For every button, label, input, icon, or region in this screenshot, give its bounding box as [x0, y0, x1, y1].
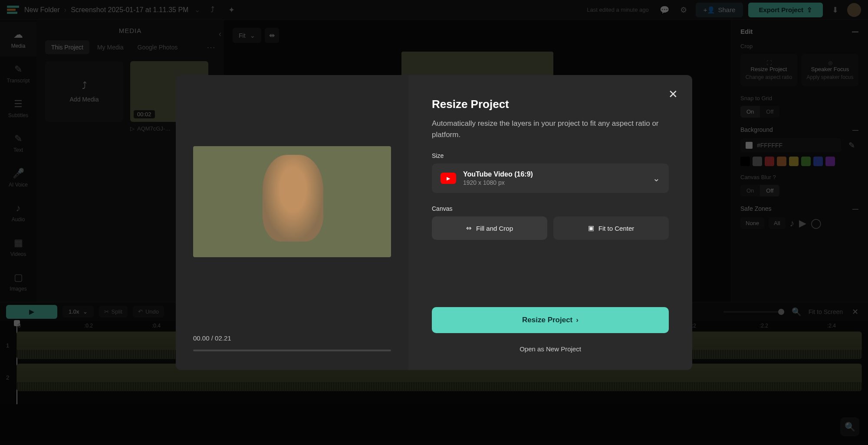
fill-crop-icon: ⇔ [466, 224, 472, 232]
fit-to-center-option[interactable]: ▣Fit to Center [553, 216, 669, 240]
youtube-icon [441, 173, 456, 184]
modal-time: 00.00 / 02.21 [193, 334, 391, 342]
size-dropdown[interactable]: YouTube Video (16:9) 1920 x 1080 px ⌄ [432, 164, 669, 193]
chevron-down-icon: ⌄ [653, 173, 660, 183]
open-as-new-project[interactable]: Open as New Project [432, 345, 669, 353]
modal-preview [193, 146, 391, 257]
close-modal-button[interactable]: ✕ [666, 87, 680, 101]
modal-progress[interactable] [193, 350, 391, 351]
modal-wrap: ✕ 00.00 / 02.21 Resize Project Automatic… [0, 0, 868, 445]
size-option-sub: 1920 x 1080 px [463, 179, 646, 186]
resize-project-modal: ✕ 00.00 / 02.21 Resize Project Automatic… [176, 75, 692, 370]
size-label: Size [432, 152, 669, 159]
fill-and-crop-option[interactable]: ⇔Fill and Crop [432, 216, 547, 240]
fit-center-icon: ▣ [588, 224, 594, 232]
chevron-right-icon: › [576, 316, 579, 324]
canvas-label: Canvas [432, 205, 669, 212]
resize-project-button[interactable]: Resize Project› [432, 307, 669, 333]
size-option-title: YouTube Video (16:9) [463, 170, 646, 178]
modal-description: Automatically resize the layers in your … [432, 118, 669, 140]
modal-title: Resize Project [432, 98, 669, 111]
